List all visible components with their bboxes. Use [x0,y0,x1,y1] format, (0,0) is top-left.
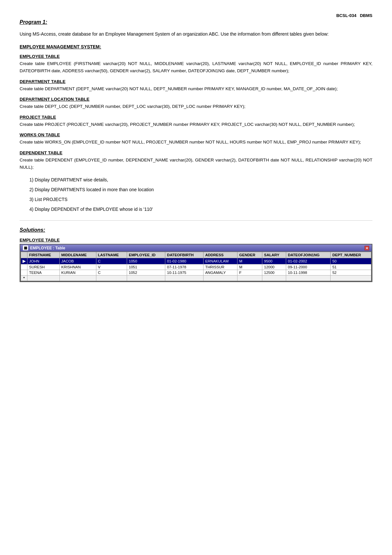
solutions-heading: Solutions: [20,227,372,233]
table-cell: C [96,270,127,276]
program-title: Program 1: [20,19,372,25]
header-code: BCSL-034 DBMS [20,13,372,18]
table-heading: WORKS ON TABLE [20,132,372,137]
table-cell: 10-11-1998 [286,270,331,276]
column-header: LASTNAME [96,252,127,258]
table-cell: 09-11-2000 [286,264,331,270]
table-heading: DEPARTMENT TABLE [20,79,372,84]
table-cell: 52 [331,270,371,276]
table-cell: JACOB [59,258,96,264]
table-desc: Create table DEPARTMENT (DEPT_NAME varch… [20,85,372,92]
table-heading: EMPLOYEE TABLE [20,54,372,59]
divider [20,220,372,221]
table-cell: KURIAN [59,270,96,276]
table-cell: 12000 [262,264,286,270]
row-indicator: ▶ [21,258,27,264]
table-heading: DEPENDENT TABLE [20,150,372,155]
table-cell [59,276,96,281]
table-heading: DEPARTMENT LOCATION TABLE [20,97,372,102]
table-cell [127,276,165,281]
table-desc: Create table DEPT_LOC (DEPT_NUMBER numbe… [20,103,372,110]
table-heading: PROJECT TABLE [20,115,372,120]
column-header: DATEOFBIRTH [165,252,204,258]
table-cell: M [237,264,262,270]
table-cell: TEENA [27,270,60,276]
table-cell: 50 [331,258,371,264]
table-cell: 10-11-1975 [165,270,204,276]
employee-data-table: FIRSTNAMEMIDDLENAMELASTNAMEEMPLOYEE_IDDA… [20,251,372,281]
tables-container: EMPLOYEE TABLECreate table EMPLOYEE (FIR… [20,54,372,171]
table-cell [96,276,127,281]
question-item: 2) Display DEPARTMENTS located in more t… [29,185,372,194]
question-item: 4) Display DEPENDENT of the EMPLOYEE who… [29,205,372,214]
table-cell: ANGAMALY [204,270,237,276]
table-row: * [21,276,371,281]
column-header: MIDDLENAME [59,252,96,258]
table-cell: 1051 [127,264,165,270]
row-indicator [21,264,27,270]
column-header: SALARY [262,252,286,258]
access-title-bar: ▦ EMPLOYEE : Table ✕ [20,244,372,251]
table-cell [262,276,286,281]
table-cell: SURESH [27,264,60,270]
title-bar-left: ▦ EMPLOYEE : Table [23,245,65,250]
column-header: EMPLOYEE_ID [127,252,165,258]
table-cell [165,276,204,281]
table-cell [204,276,237,281]
table-desc: Create table WORKS_ON (EMPLOYEE_ID numbe… [20,139,372,146]
table-cell: V [96,264,127,270]
access-window-employee: ▦ EMPLOYEE : Table ✕ FIRSTNAMEMIDDLENAME… [20,244,372,282]
table-cell: ERNAKULAM [204,258,237,264]
close-button[interactable]: ✕ [365,246,369,250]
table-icon: ▦ [23,245,28,250]
table-cell [331,276,371,281]
table-cell: 1052 [127,270,165,276]
column-header: ADDRESS [204,252,237,258]
subject-label: DBMS [360,13,372,18]
table-cell: THRISSUR [204,264,237,270]
table-cell [27,276,60,281]
table-cell: 07-11-1978 [165,264,204,270]
table-cell [286,276,331,281]
table-cell: 01-02-1980 [165,258,204,264]
row-indicator: * [21,276,27,281]
table-cell: 01-02-2002 [286,258,331,264]
column-header: DEPT_NUMBER [331,252,371,258]
employee-table-section: EMPLOYEE TABLE ▦ EMPLOYEE : Table ✕ FIRS… [20,238,372,282]
bcsl-code: BCSL-034 [336,13,356,18]
table-desc: Create table PROJECT (PROJECT_NAME varch… [20,121,372,128]
table-desc: Create table DEPENDENT (EMPLOYEE_ID numb… [20,157,372,171]
column-header: GENDER [237,252,262,258]
table-cell: KRISHNAN [59,264,96,270]
table-row: SURESHKRISHNANV105107-11-1978THRISSURM12… [21,264,371,270]
ems-heading: EMPLOYEE MANAGEMENT SYSTEM: [20,44,372,49]
column-header: FIRSTNAME [27,252,60,258]
table-cell: C [96,258,127,264]
table-row: TEENAKURIANC105210-11-1975ANGAMALYF12500… [21,270,371,276]
table-window-title: EMPLOYEE : Table [30,246,65,250]
table-cell: 1050 [127,258,165,264]
intro-text: Using MS-Access, create database for an … [20,30,372,38]
table-cell: JOHN [27,258,60,264]
question-item: 3) List PROJECTS [29,195,372,204]
question-item: 1) Display DEPARTMENT wise details, [29,175,372,184]
row-indicator [21,270,27,276]
table-cell: F [237,270,262,276]
table-cell: 51 [331,264,371,270]
row-indicator-header [21,252,27,258]
table-cell [237,276,262,281]
table-cell: 9500 [262,258,286,264]
employee-table-label: EMPLOYEE TABLE [20,238,372,243]
table-row: ▶JOHNJACOBC105001-02-1980ERNAKULAMM95000… [21,258,371,264]
table-cell: 12500 [262,270,286,276]
column-header: DATEOFJOIN1NG [286,252,331,258]
table-desc: Create table EMPLOYEE (FIRSTNAME varchar… [20,60,372,74]
table-cell: M [237,258,262,264]
questions-list: 1) Display DEPARTMENT wise details,2) Di… [29,175,372,214]
